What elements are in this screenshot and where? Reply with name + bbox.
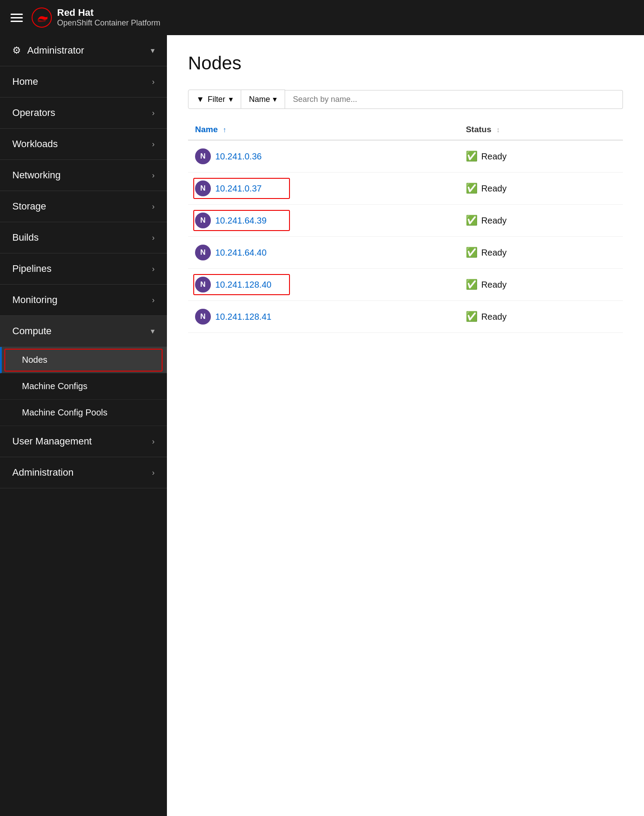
node-status-cell-1: ✅Ready xyxy=(459,173,623,205)
node-icon-5: N xyxy=(195,309,211,325)
status-text-4: Ready xyxy=(481,280,507,290)
ready-icon-5: ✅ xyxy=(466,311,478,322)
node-icon-1: N xyxy=(195,181,211,196)
nodes-label: Nodes xyxy=(22,355,47,365)
sidebar-item-machine-config-pools[interactable]: Machine Config Pools xyxy=(0,400,167,426)
node-name-cell-4: N10.241.128.40 xyxy=(188,269,459,301)
chevron-down-icon: ▾ xyxy=(151,46,155,55)
layout: ⚙ Administrator ▾ Home › Operators › Wor… xyxy=(0,35,644,816)
chevron-right-icon: › xyxy=(152,437,155,446)
gear-icon: ⚙ xyxy=(12,45,21,56)
chevron-down-icon: ▾ xyxy=(151,326,155,336)
sidebar-item-nodes[interactable]: Nodes xyxy=(0,347,167,373)
sidebar-item-workloads[interactable]: Workloads › xyxy=(0,129,167,160)
status-text-1: Ready xyxy=(481,184,507,194)
chevron-right-icon: › xyxy=(152,233,155,242)
status-text-2: Ready xyxy=(481,216,507,226)
node-link-4[interactable]: 10.241.128.40 xyxy=(215,280,271,290)
brand: Red Hat OpenShift Container Platform xyxy=(32,7,160,28)
col-status[interactable]: Status ↕ xyxy=(459,119,623,140)
administration-label: Administration xyxy=(12,467,73,478)
node-name-cell-1: N10.241.0.37 xyxy=(188,173,459,205)
node-icon-2: N xyxy=(195,213,211,228)
sidebar-item-user-management[interactable]: User Management › xyxy=(0,426,167,457)
sidebar-monitoring-label: Monitoring xyxy=(12,294,58,306)
main-content: Nodes ▼ Filter ▾ Name ▾ Name ↑ xyxy=(167,35,644,816)
chevron-right-icon: › xyxy=(152,171,155,180)
node-link-0[interactable]: 10.241.0.36 xyxy=(215,152,262,162)
filter-icon: ▼ xyxy=(196,95,204,104)
table-row: N10.241.0.37✅Ready xyxy=(188,173,623,205)
sidebar-item-machine-configs[interactable]: Machine Configs xyxy=(0,373,167,400)
sidebar-compute-label: Compute xyxy=(12,325,51,337)
node-link-2[interactable]: 10.241.64.39 xyxy=(215,216,267,226)
filter-dropdown-icon: ▾ xyxy=(229,94,233,104)
name-select-label: Name xyxy=(249,95,270,104)
status-text-0: Ready xyxy=(481,152,507,162)
col-name[interactable]: Name ↑ xyxy=(188,119,459,140)
node-icon-3: N xyxy=(195,245,211,260)
machine-configs-label: Machine Configs xyxy=(22,381,87,391)
sidebar: ⚙ Administrator ▾ Home › Operators › Wor… xyxy=(0,35,167,816)
ready-icon-2: ✅ xyxy=(466,215,478,226)
filter-button[interactable]: ▼ Filter ▾ xyxy=(188,90,241,109)
filter-bar: ▼ Filter ▾ Name ▾ xyxy=(188,90,623,109)
sidebar-home-label: Home xyxy=(12,76,38,87)
user-management-label: User Management xyxy=(12,436,92,447)
brand-text: Red Hat OpenShift Container Platform xyxy=(57,7,160,28)
node-name-cell-2: N10.241.64.39 xyxy=(188,205,459,237)
search-input[interactable] xyxy=(285,90,623,109)
status-text-3: Ready xyxy=(481,248,507,258)
status-text-5: Ready xyxy=(481,312,507,322)
sidebar-networking-label: Networking xyxy=(12,170,61,181)
sidebar-item-administration[interactable]: Administration › xyxy=(0,457,167,488)
brand-sub: OpenShift Container Platform xyxy=(57,18,160,28)
sidebar-item-compute[interactable]: Compute ▾ xyxy=(0,316,167,347)
sidebar-builds-label: Builds xyxy=(12,232,39,243)
sidebar-item-monitoring[interactable]: Monitoring › xyxy=(0,285,167,316)
sidebar-item-pipelines[interactable]: Pipelines › xyxy=(0,253,167,285)
table-header-row: Name ↑ Status ↕ xyxy=(188,119,623,140)
chevron-right-icon: › xyxy=(152,264,155,274)
sort-asc-icon: ↑ xyxy=(223,126,226,134)
node-name-cell-0: N10.241.0.36 xyxy=(188,140,459,173)
sidebar-item-storage[interactable]: Storage › xyxy=(0,191,167,222)
brand-name: Red Hat xyxy=(57,7,160,18)
node-link-3[interactable]: 10.241.64.40 xyxy=(215,248,267,258)
table-row: N10.241.64.39✅Ready xyxy=(188,205,623,237)
name-select-arrow: ▾ xyxy=(273,94,277,104)
sidebar-item-builds[interactable]: Builds › xyxy=(0,222,167,253)
node-status-cell-5: ✅Ready xyxy=(459,301,623,333)
page-title: Nodes xyxy=(188,53,623,74)
node-icon-4: N xyxy=(195,277,211,292)
sidebar-item-networking[interactable]: Networking › xyxy=(0,160,167,191)
sort-neutral-icon: ↕ xyxy=(496,126,500,134)
ready-icon-1: ✅ xyxy=(466,183,478,194)
chevron-right-icon: › xyxy=(152,140,155,149)
filter-label: Filter xyxy=(208,95,225,104)
node-link-1[interactable]: 10.241.0.37 xyxy=(215,184,262,194)
node-link-5[interactable]: 10.241.128.41 xyxy=(215,312,271,322)
table-row: N10.241.64.40✅Ready xyxy=(188,237,623,269)
sidebar-item-operators[interactable]: Operators › xyxy=(0,97,167,129)
sidebar-operators-label: Operators xyxy=(12,107,55,119)
sidebar-pipelines-label: Pipelines xyxy=(12,263,51,274)
sidebar-workloads-label: Workloads xyxy=(12,138,58,150)
node-name-cell-5: N10.241.128.41 xyxy=(188,301,459,333)
redhat-logo-icon xyxy=(32,7,52,28)
name-select[interactable]: Name ▾ xyxy=(241,90,285,109)
table-row: N10.241.128.40✅Ready xyxy=(188,269,623,301)
machine-config-pools-label: Machine Config Pools xyxy=(22,408,108,417)
node-status-cell-3: ✅Ready xyxy=(459,237,623,269)
chevron-right-icon: › xyxy=(152,468,155,477)
nodes-item-wrapper: Nodes xyxy=(0,347,167,373)
chevron-right-icon: › xyxy=(152,202,155,211)
chevron-right-icon: › xyxy=(152,296,155,305)
node-icon-0: N xyxy=(195,148,211,164)
table-row: N10.241.128.41✅Ready xyxy=(188,301,623,333)
table-row: N10.241.0.36✅Ready xyxy=(188,140,623,173)
node-status-cell-4: ✅Ready xyxy=(459,269,623,301)
hamburger-menu[interactable] xyxy=(11,14,23,22)
sidebar-administrator[interactable]: ⚙ Administrator ▾ xyxy=(0,35,167,66)
sidebar-item-home[interactable]: Home › xyxy=(0,66,167,97)
